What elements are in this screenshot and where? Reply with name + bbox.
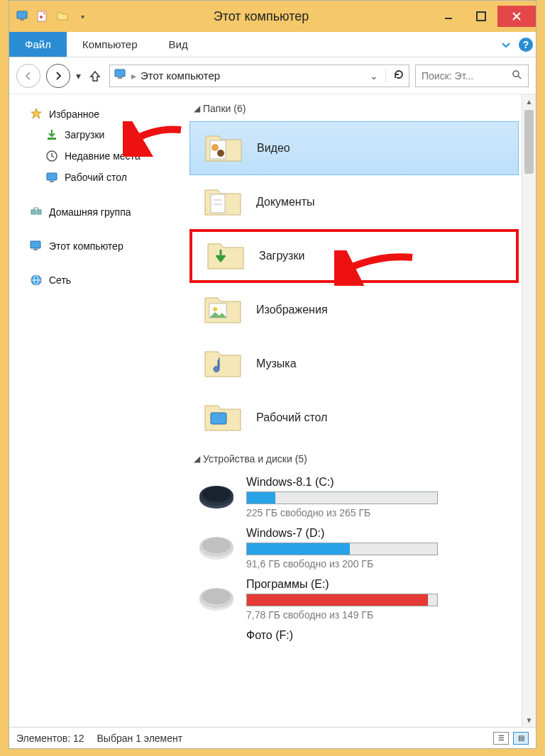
- vertical-scrollbar[interactable]: ▲ ▼: [522, 94, 536, 727]
- maximize-button[interactable]: [465, 6, 497, 27]
- sidebar-network[interactable]: Сеть: [9, 270, 185, 290]
- back-button[interactable]: [16, 64, 40, 88]
- capacity-bar: [246, 491, 438, 504]
- svg-rect-8: [115, 70, 125, 77]
- breadcrumb-location[interactable]: Этот компьютер: [141, 70, 365, 82]
- svg-rect-12: [48, 138, 56, 140]
- drive-d[interactable]: Windows-7 (D:) 91,6 ГБ свободно из 200 Г…: [189, 523, 519, 574]
- close-button[interactable]: [497, 6, 536, 27]
- svg-point-25: [217, 150, 224, 157]
- scroll-thumb[interactable]: [524, 110, 534, 174]
- up-button[interactable]: [87, 67, 104, 84]
- star-icon: [29, 107, 43, 121]
- capacity-bar: [246, 543, 438, 555]
- status-count: Элементов: 12: [16, 733, 84, 744]
- ribbon: Файл Компьютер Вид ?: [9, 32, 536, 57]
- view-tiles-icon[interactable]: ▤: [513, 732, 529, 745]
- annotation-arrow: [123, 121, 187, 157]
- folder-icon: [202, 397, 243, 438]
- forward-button[interactable]: [46, 64, 70, 88]
- thispc-icon: [29, 239, 43, 253]
- minimize-button[interactable]: [432, 6, 465, 27]
- svg-rect-17: [37, 210, 41, 214]
- sidebar-thispc[interactable]: Этот компьютер: [9, 236, 185, 256]
- search-placeholder: Поиск: Эт...: [422, 70, 473, 82]
- title-bar: ▾ Этот компьютер: [9, 1, 536, 32]
- svg-point-34: [202, 487, 231, 502]
- network-icon: [29, 273, 43, 287]
- svg-rect-15: [50, 181, 54, 182]
- folder-icon: [202, 343, 243, 384]
- tab-computer[interactable]: Компьютер: [67, 32, 153, 57]
- folder-icon: [202, 182, 243, 223]
- svg-point-24: [211, 144, 219, 151]
- svg-rect-1: [20, 19, 24, 21]
- svg-rect-16: [31, 210, 35, 214]
- breadcrumb-separator-icon[interactable]: ▸: [131, 70, 136, 82]
- file-tab[interactable]: Файл: [9, 32, 67, 57]
- folder-icon: [203, 128, 244, 169]
- navigation-pane: Избранное Загрузки Недавние места: [9, 94, 185, 727]
- tab-view[interactable]: Вид: [153, 32, 204, 57]
- clock-icon: [45, 149, 59, 163]
- thispc-icon: [114, 68, 127, 83]
- navigation-bar: ▾ ▸ Этот компьютер ⌄ Поиск: Эт...: [9, 57, 536, 94]
- svg-rect-31: [211, 413, 226, 424]
- svg-rect-5: [477, 12, 485, 21]
- drive-icon: [197, 584, 236, 612]
- svg-rect-14: [47, 173, 57, 180]
- svg-rect-26: [211, 194, 225, 213]
- folder-videos[interactable]: Видео: [189, 121, 519, 175]
- thispc-icon: [15, 9, 31, 24]
- svg-point-3: [40, 16, 43, 18]
- folder-music[interactable]: Музыка: [189, 337, 519, 391]
- svg-point-37: [202, 538, 231, 553]
- desktop-icon: [45, 170, 59, 184]
- new-folder-icon[interactable]: [55, 9, 70, 24]
- scroll-down-icon[interactable]: ▼: [522, 713, 536, 727]
- qat-dropdown-icon[interactable]: ▾: [75, 9, 90, 24]
- drive-e[interactable]: Программы (E:) 7,78 ГБ свободно из 149 Г…: [189, 574, 519, 625]
- drive-icon: [197, 533, 236, 561]
- download-icon: [45, 128, 59, 142]
- sidebar-item-desktop[interactable]: Рабочий стол: [9, 167, 185, 188]
- history-dropdown-icon[interactable]: ▾: [76, 70, 81, 82]
- svg-rect-18: [31, 241, 40, 248]
- search-input[interactable]: Поиск: Эт...: [415, 65, 529, 87]
- capacity-bar: [246, 594, 438, 606]
- properties-icon[interactable]: [35, 9, 50, 24]
- folder-desktop[interactable]: Рабочий стол: [189, 391, 519, 445]
- view-details-icon[interactable]: ☰: [493, 732, 509, 745]
- quick-access-toolbar: ▾: [9, 9, 90, 24]
- address-dropdown-icon[interactable]: ⌄: [370, 70, 378, 82]
- drive-icon: [197, 482, 236, 510]
- sidebar-homegroup[interactable]: Домашняя группа: [9, 202, 185, 222]
- drive-c[interactable]: Windows-8.1 (C:) 225 ГБ свободно из 265 …: [189, 472, 519, 523]
- search-icon: [511, 69, 522, 82]
- section-devices-header[interactable]: ◢ Устройства и диски (5): [189, 450, 519, 472]
- homegroup-icon: [29, 205, 43, 219]
- content-pane: ◢ Папки (6) Видео Документы: [185, 94, 536, 727]
- status-bar: Элементов: 12 Выбран 1 элемент ☰ ▤: [9, 727, 536, 748]
- folder-icon: [205, 235, 246, 277]
- help-button[interactable]: ?: [516, 32, 536, 57]
- window-title: Этот компьютер: [90, 9, 432, 24]
- folder-documents[interactable]: Документы: [189, 175, 519, 229]
- ribbon-expand-icon[interactable]: [496, 32, 516, 57]
- folder-pictures[interactable]: Изображения: [189, 283, 519, 337]
- explorer-window: ▾ Этот компьютер Файл Компьютер Вид ?: [9, 0, 536, 749]
- folder-icon: [202, 289, 243, 330]
- svg-point-40: [202, 589, 231, 604]
- drive-f[interactable]: Фото (F:): [189, 625, 519, 642]
- svg-point-10: [513, 71, 519, 77]
- svg-rect-0: [17, 11, 27, 18]
- refresh-button[interactable]: [385, 69, 404, 82]
- scroll-up-icon[interactable]: ▲: [522, 94, 536, 109]
- svg-rect-9: [118, 77, 122, 79]
- section-folders-header[interactable]: ◢ Папки (6): [189, 100, 519, 121]
- address-bar[interactable]: ▸ Этот компьютер ⌄: [109, 65, 409, 87]
- annotation-arrow: [334, 250, 419, 286]
- svg-point-30: [213, 307, 217, 311]
- status-selection: Выбран 1 элемент: [97, 733, 183, 744]
- collapse-icon: ◢: [194, 454, 200, 464]
